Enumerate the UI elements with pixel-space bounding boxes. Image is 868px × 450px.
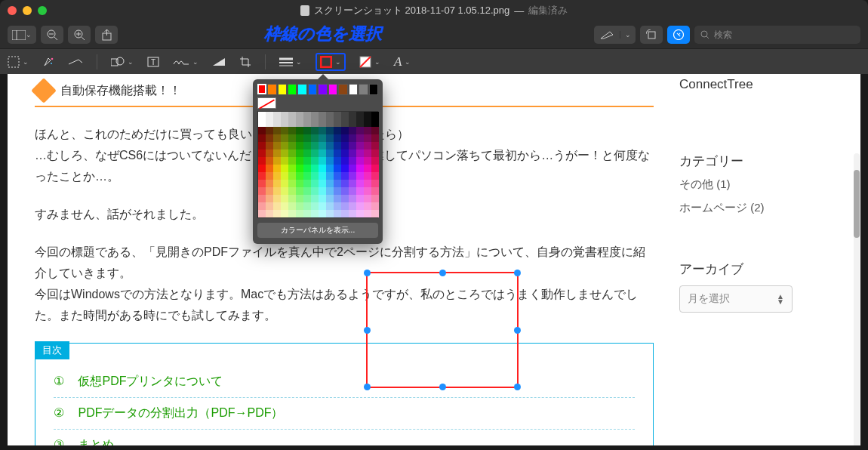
color-swatch[interactable] [371,165,379,172]
color-swatch[interactable] [258,210,266,217]
color-swatch[interactable] [349,134,356,142]
color-swatch[interactable] [359,84,368,95]
color-swatch[interactable] [326,172,334,180]
color-swatch[interactable] [319,157,326,165]
color-swatch[interactable] [273,142,281,149]
color-swatch[interactable] [364,119,371,127]
color-swatch[interactable] [303,165,311,172]
color-swatch[interactable] [319,142,326,149]
document-canvas[interactable]: 自動保存機能搭載！！ ほんと、これのためだけに買っても良いくらいです。（持ってた… [8,74,860,445]
color-swatch[interactable] [364,172,371,180]
color-swatch[interactable] [349,165,356,172]
color-swatch[interactable] [319,127,326,134]
color-swatch[interactable] [319,202,326,210]
color-swatch[interactable] [341,202,349,210]
color-swatch[interactable] [349,187,356,195]
color-swatch[interactable] [281,134,288,142]
color-swatch[interactable] [334,119,341,127]
sidebar-toggle-button[interactable]: ⌄ [8,26,36,44]
color-swatch[interactable] [364,127,371,134]
color-swatch[interactable] [371,134,379,142]
color-swatch[interactable] [281,149,288,157]
color-swatch[interactable] [349,127,356,134]
color-swatch[interactable] [273,119,281,127]
color-swatch[interactable] [266,157,273,165]
color-swatch[interactable] [356,157,364,165]
color-swatch[interactable] [273,112,281,119]
color-swatch[interactable] [311,157,319,165]
color-swatch[interactable] [371,180,379,187]
color-swatch[interactable] [288,202,296,210]
color-swatch[interactable] [334,172,341,180]
minimize-window-button[interactable] [23,6,32,15]
color-swatch[interactable] [288,149,296,157]
resize-handle[interactable] [364,270,371,276]
color-swatch[interactable] [296,134,303,142]
color-swatch[interactable] [369,84,378,95]
color-swatch[interactable] [371,157,379,165]
color-swatch[interactable] [303,142,311,149]
color-swatch[interactable] [349,142,356,149]
color-swatch[interactable] [326,149,334,157]
color-swatch[interactable] [297,84,306,95]
color-swatch[interactable] [281,195,288,202]
color-swatch[interactable] [281,210,288,217]
crop-tool[interactable] [239,56,251,68]
color-swatch[interactable] [319,195,326,202]
toc-item[interactable]: ③ まとめ [54,430,635,445]
color-swatch[interactable] [326,165,334,172]
color-swatch[interactable] [273,157,281,165]
color-swatch[interactable] [371,187,379,195]
color-swatch[interactable] [364,195,371,202]
color-swatch[interactable] [273,127,281,134]
resize-handle[interactable] [439,384,446,390]
markup-toggle[interactable]: ⌄ [594,26,636,44]
color-swatch[interactable] [341,157,349,165]
color-swatch[interactable] [257,84,266,94]
color-swatch[interactable] [288,119,296,127]
color-swatch[interactable] [371,127,379,134]
color-swatch[interactable] [364,142,371,149]
toc-item[interactable]: ① 仮想PDFプリンタについて [54,366,635,398]
color-swatch[interactable] [371,119,379,127]
rotate-button[interactable] [640,26,663,44]
color-swatch[interactable] [281,202,288,210]
color-swatch[interactable] [303,127,311,134]
color-swatch[interactable] [311,210,319,217]
color-swatch[interactable] [326,202,334,210]
text-tool[interactable]: T [147,57,159,67]
color-swatch[interactable] [281,180,288,187]
color-swatch[interactable] [281,172,288,180]
color-swatch[interactable] [258,165,266,172]
color-swatch[interactable] [266,187,273,195]
color-swatch[interactable] [371,112,379,119]
color-swatch[interactable] [341,165,349,172]
color-swatch[interactable] [326,187,334,195]
color-swatch[interactable] [288,195,296,202]
color-swatch[interactable] [349,157,356,165]
color-swatch[interactable] [349,84,358,95]
color-swatch[interactable] [364,165,371,172]
color-swatch[interactable] [311,187,319,195]
border-color-tool[interactable]: ⌄ [315,53,346,71]
color-swatch[interactable] [288,134,296,142]
color-swatch[interactable] [258,157,266,165]
scrollbar-thumb[interactable] [854,170,860,238]
color-swatch[interactable] [318,84,327,95]
color-swatch[interactable] [303,149,311,157]
color-swatch[interactable] [338,84,347,95]
color-swatch[interactable] [281,187,288,195]
color-swatch[interactable] [258,202,266,210]
color-swatch[interactable] [281,119,288,127]
color-swatch[interactable] [334,180,341,187]
color-swatch[interactable] [303,134,311,142]
color-swatch[interactable] [303,210,311,217]
shapes-tool[interactable]: ⌄ [111,57,134,67]
color-swatch[interactable] [273,187,281,195]
color-swatch[interactable] [258,149,266,157]
color-swatch[interactable] [311,165,319,172]
color-swatch[interactable] [303,157,311,165]
color-swatch[interactable] [311,142,319,149]
color-swatch[interactable] [319,165,326,172]
color-swatch[interactable] [296,149,303,157]
